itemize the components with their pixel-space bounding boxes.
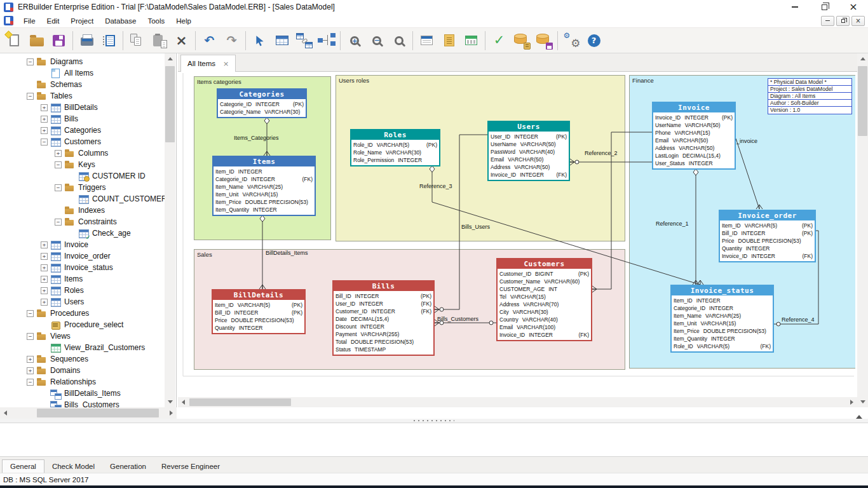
toolbar-open-button[interactable]: [25, 30, 48, 51]
toolbar-save-button[interactable]: [48, 30, 70, 51]
sidebar-item-domains[interactable]: +Domains: [0, 365, 165, 376]
scroll-down-button[interactable]: [857, 396, 868, 407]
tree-expander-icon[interactable]: −: [27, 379, 34, 386]
sidebar-item-count-customers[interactable]: COUNT_CUSTOMERS: [0, 193, 165, 205]
tab-all-items[interactable]: All Items ×: [180, 55, 236, 72]
scroll-left-button[interactable]: [0, 407, 11, 418]
toolbar-redo-button[interactable]: ↷: [220, 30, 243, 51]
sidebar-item-keys[interactable]: −Keys: [0, 159, 165, 170]
toolbar-document-button[interactable]: [438, 30, 460, 51]
sidebar-item-schemas[interactable]: Schemas: [0, 79, 165, 90]
scroll-up-button[interactable]: [165, 53, 175, 64]
scroll-thumb[interactable]: [37, 409, 159, 417]
menu-file[interactable]: File: [18, 15, 41, 27]
sidebar-item-all-items[interactable]: All Items: [0, 67, 165, 79]
entity-invoice[interactable]: InvoiceInvoice_IDINTEGER(PK)UserNameVARC…: [652, 102, 736, 170]
toolbar-settings-button[interactable]: ⚙⚙: [560, 30, 583, 51]
menu-tools[interactable]: Tools: [142, 15, 170, 27]
relationship-order-invoice[interactable]: [736, 139, 759, 209]
toolbar-paste-button[interactable]: [148, 30, 170, 51]
sidebar-item-billdetails-items[interactable]: BillDetails_Items: [0, 388, 165, 399]
entity-customers[interactable]: CustomersCustomer_IDBIGINT(PK)Customer_N…: [496, 258, 592, 341]
bottom-tab-check-model[interactable]: Check Model: [44, 459, 102, 473]
sidebar-item-check-age[interactable]: Check_age: [0, 227, 165, 239]
sidebar-item-indexes[interactable]: Indexes: [0, 205, 165, 216]
tree-horizontal-scrollbar[interactable]: [0, 407, 177, 419]
sidebar-item-billdetails[interactable]: +BillDetails: [0, 102, 165, 113]
toolbar-help-button[interactable]: ?: [583, 30, 605, 51]
entity-categories[interactable]: CategoriesCategorie_IDINTEGER(PK)Categor…: [217, 88, 307, 118]
close-button[interactable]: ×: [839, 0, 868, 14]
tree-expander-icon[interactable]: −: [55, 161, 62, 168]
sidebar-item-views[interactable]: −Views: [0, 330, 165, 342]
relationship-bills-users[interactable]: [435, 135, 487, 309]
sidebar-item-constraints[interactable]: −Constraints: [0, 216, 165, 227]
scroll-right-button[interactable]: [166, 407, 177, 418]
sidebar-item-tables[interactable]: −Tables: [0, 90, 165, 102]
tree-expander-icon[interactable]: −: [27, 58, 34, 65]
tree-expander-icon[interactable]: +: [41, 287, 48, 294]
bottom-tab-generation[interactable]: Generation: [102, 459, 154, 473]
tree-expander-icon[interactable]: +: [41, 127, 48, 134]
sidebar-item-roles[interactable]: +Roles: [0, 285, 165, 296]
toolbar-check-button[interactable]: ✓: [488, 30, 510, 51]
menu-help[interactable]: Help: [170, 15, 197, 27]
mdi-close-button[interactable]: ×: [851, 16, 865, 26]
sidebar-item-invoice[interactable]: +Invoice: [0, 239, 165, 250]
entity-billdetails[interactable]: BillDetailsItem_IDVARCHAR(5)(PK)Bill_IDI…: [212, 289, 306, 334]
tree-expander-icon[interactable]: +: [41, 264, 48, 271]
mdi-restore-button[interactable]: [836, 16, 850, 26]
tree-expander-icon[interactable]: +: [41, 116, 48, 123]
scroll-up-button[interactable]: [857, 53, 868, 64]
toolbar-undo-button[interactable]: ↶: [198, 30, 220, 51]
sidebar-item-items[interactable]: +Items: [0, 273, 165, 285]
scroll-thumb[interactable]: [189, 398, 291, 406]
sidebar-item-customer-id[interactable]: CUSTOMER ID: [0, 170, 165, 182]
entity-invoice-status[interactable]: Invoice_statusItem_IDINTEGERCategorie_ID…: [670, 285, 774, 353]
scroll-left-button[interactable]: [178, 397, 189, 407]
tree-expander-icon[interactable]: +: [41, 299, 48, 306]
sidebar-item-users[interactable]: +Users: [0, 296, 165, 308]
canvas-horizontal-scrollbar[interactable]: [178, 397, 857, 407]
toolbar-relationship-button[interactable]: [293, 30, 315, 51]
tree-expander-icon[interactable]: −: [27, 310, 34, 317]
sidebar-item-categories[interactable]: +Categories: [0, 125, 165, 136]
sidebar-item-relationships[interactable]: −Relationships: [0, 376, 165, 388]
sidebar-item-view-brazil-customers[interactable]: View_Brazil_Customers: [0, 342, 165, 353]
entity-roles[interactable]: RolesRole_IDVARCHAR(5)(PK)Role_NameVARCH…: [350, 129, 440, 166]
entity-items[interactable]: ItemsItem_IDINTEGERCategorie_IDINTEGER(F…: [212, 156, 316, 216]
canvas-vertical-scrollbar[interactable]: [857, 53, 868, 407]
toolbar-print-button[interactable]: [76, 30, 98, 51]
tree-expander-icon[interactable]: −: [55, 219, 62, 226]
entity-bills[interactable]: BillsBill_IDINTEGER(PK)User_IDINTEGER(FK…: [332, 280, 435, 356]
scroll-thumb[interactable]: [165, 66, 175, 142]
sidebar-item-customers[interactable]: −Customers: [0, 136, 165, 147]
tree-expander-icon[interactable]: +: [27, 367, 34, 374]
toolbar-layout-button[interactable]: [315, 30, 337, 51]
tree-expander-icon[interactable]: +: [55, 150, 62, 157]
sidebar-item-diagrams[interactable]: −Diagrams: [0, 56, 165, 67]
toolbar-copy-button[interactable]: [126, 30, 148, 51]
toolbar-table-button[interactable]: [271, 30, 293, 51]
entity-users[interactable]: UsersUser_IDINTEGER(PK)UserNameVARCHAR(5…: [487, 121, 570, 181]
toolbar-report-button[interactable]: [98, 30, 120, 51]
sidebar-item-sequences[interactable]: +Sequences: [0, 353, 165, 365]
tree-expander-icon[interactable]: −: [41, 139, 48, 146]
bottom-tab-general[interactable]: General: [2, 459, 44, 473]
sidebar-item-columns[interactable]: +Columns: [0, 147, 165, 159]
toolbar-new-button[interactable]: [3, 30, 25, 51]
menu-project[interactable]: Project: [65, 15, 99, 27]
tree-expander-icon[interactable]: +: [41, 104, 48, 111]
sidebar-item-bills-customers[interactable]: Bills_Customers: [0, 399, 165, 407]
toolbar-zoom-out-button[interactable]: [365, 30, 388, 51]
bottom-tab-reverse-engineer[interactable]: Reverse Engineer: [154, 459, 227, 473]
toolbar-zoom-button[interactable]: [388, 30, 410, 51]
mdi-minimize-button[interactable]: [821, 16, 834, 26]
tree-expander-icon[interactable]: +: [27, 356, 34, 363]
minimize-button[interactable]: [780, 0, 810, 14]
scroll-thumb[interactable]: [858, 66, 867, 136]
sidebar-item-bills[interactable]: +Bills: [0, 113, 165, 125]
scroll-right-button[interactable]: [846, 397, 857, 407]
toolbar-pointer-button[interactable]: [248, 30, 271, 51]
tree-expander-icon[interactable]: −: [27, 93, 34, 100]
